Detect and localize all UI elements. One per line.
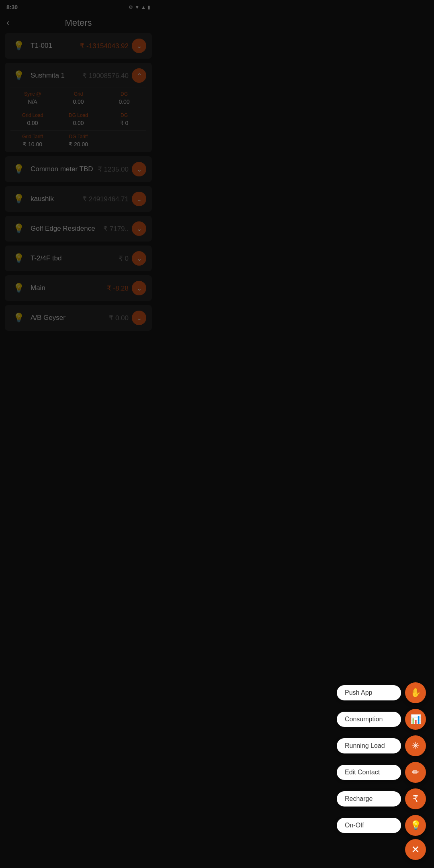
overlay[interactable]: [0, 0, 157, 335]
